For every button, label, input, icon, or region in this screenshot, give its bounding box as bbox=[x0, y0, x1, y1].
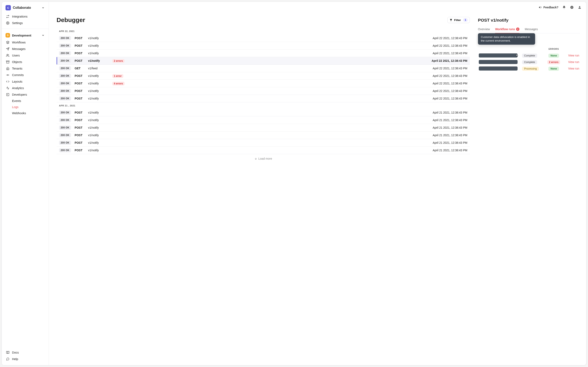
nav-label: Integrations bbox=[12, 15, 27, 18]
log-row[interactable]: 200 OKPOSTv1/notifyApril 21 2021, 12:38:… bbox=[57, 109, 470, 117]
nav-label: Objects bbox=[12, 60, 22, 64]
run-status: Complete bbox=[522, 54, 545, 57]
error-pill: 2 errors bbox=[112, 59, 125, 63]
users-icon bbox=[6, 54, 9, 57]
obfuscated-name[interactable] bbox=[479, 53, 518, 58]
obfuscated-name[interactable] bbox=[479, 60, 518, 64]
log-row[interactable]: 200 OKPOSTv1/notifyApril 22 2021, 12:38:… bbox=[57, 87, 470, 95]
log-method: POST bbox=[75, 36, 85, 40]
load-more-button[interactable]: Load more bbox=[57, 154, 470, 163]
nav-commits[interactable]: Commits bbox=[3, 72, 47, 78]
svg-text:?: ? bbox=[571, 6, 572, 8]
log-method: POST bbox=[75, 149, 85, 152]
filter-icon bbox=[450, 18, 452, 21]
swap-icon bbox=[6, 15, 9, 18]
log-timestamp: April 21 2021, 12:38:43 PM bbox=[433, 149, 467, 152]
user-icon[interactable] bbox=[578, 5, 582, 9]
status-pill: 200 OK bbox=[59, 81, 71, 85]
log-row[interactable]: 200 OKPOSTv1/notifyApril 21 2021, 12:38:… bbox=[57, 132, 470, 139]
obfuscated-name[interactable] bbox=[479, 67, 518, 71]
log-row[interactable]: 200 OKPOSTv1/notifyApril 22 2021, 12:38:… bbox=[57, 50, 470, 57]
chevron-down-icon bbox=[41, 33, 45, 37]
log-row[interactable]: 200 OKPOSTv1/notifyApril 22 2021, 12:38:… bbox=[57, 42, 470, 50]
nav-settings[interactable]: Settings bbox=[3, 20, 47, 26]
log-row[interactable]: 200 OKGETv1/feedApril 22 2021, 12:38:43 … bbox=[57, 65, 470, 72]
log-row[interactable]: 200 OKPOSTv1/notify1 errorApril 22 2021,… bbox=[57, 72, 470, 80]
nav-label: Developers bbox=[12, 93, 27, 96]
feedback-button[interactable]: Feedback? bbox=[539, 6, 558, 9]
nav-events[interactable]: Events bbox=[3, 98, 47, 104]
log-method: POST bbox=[75, 111, 85, 114]
nav-integrations[interactable]: Integrations bbox=[3, 13, 47, 20]
dev-badge-icon: D bbox=[6, 33, 10, 38]
log-timestamp: April 21 2021, 12:38:43 PM bbox=[433, 141, 467, 144]
nav-objects[interactable]: Objects bbox=[3, 59, 47, 65]
nav-analytics[interactable]: Analytics bbox=[3, 85, 47, 91]
tab-label: Messages bbox=[525, 27, 538, 31]
log-method: POST bbox=[75, 52, 85, 55]
status-pill: 200 OK bbox=[59, 89, 71, 93]
nav-webhooks[interactable]: Webhooks bbox=[3, 110, 47, 116]
nav-docs[interactable]: Docs bbox=[3, 349, 47, 356]
nav-label: Tenants bbox=[12, 67, 22, 70]
nav-users[interactable]: Users bbox=[3, 52, 47, 59]
chevron-down-icon bbox=[41, 6, 45, 9]
bell-icon[interactable] bbox=[562, 5, 566, 9]
workflow-run-row: Complete2 errorsView run bbox=[478, 59, 580, 65]
log-path: v1/notify bbox=[88, 74, 109, 77]
log-row[interactable]: 200 OKPOSTv1/notifyApril 21 2021, 12:38:… bbox=[57, 117, 470, 124]
log-path: v1/notify bbox=[88, 149, 109, 152]
log-path: v1/notify bbox=[88, 36, 109, 40]
svg-point-0 bbox=[7, 23, 8, 24]
log-row[interactable]: 200 OKPOSTv1/notifyApril 21 2021, 12:38:… bbox=[57, 147, 470, 154]
tab-overview[interactable]: Overview bbox=[478, 26, 490, 33]
nav-messages[interactable]: Messages bbox=[3, 46, 47, 52]
feedback-label: Feedback? bbox=[544, 6, 558, 9]
section-development[interactable]: D Development bbox=[3, 31, 47, 39]
nav-label: Commits bbox=[12, 73, 24, 77]
log-timestamp: April 22 2021, 12:38:43 PM bbox=[433, 89, 467, 92]
log-group-date: APR 21 , 2021 bbox=[57, 102, 470, 109]
archive-icon bbox=[6, 60, 9, 64]
nav-help[interactable]: Help bbox=[3, 356, 47, 362]
nav-layouts[interactable]: Layouts bbox=[3, 78, 47, 85]
nav-tenants[interactable]: Tenants bbox=[3, 65, 47, 72]
workspace-logo: C bbox=[6, 5, 11, 10]
nav-logs[interactable]: Logs bbox=[3, 104, 47, 110]
nav-label: Settings bbox=[12, 21, 23, 25]
tab-workflow-runs[interactable]: Workflow runs 2 bbox=[495, 26, 519, 33]
status-pill: 200 OK bbox=[59, 44, 71, 48]
log-row[interactable]: 200 OKPOSTv1/notify4 errorsApril 22 2021… bbox=[57, 80, 470, 87]
log-path: v1/notify bbox=[88, 89, 109, 92]
detail-title: POST v1/notify bbox=[478, 18, 580, 23]
log-timestamp: April 22 2021, 12:38:43 PM bbox=[433, 44, 467, 47]
log-row[interactable]: 200 OKPOSTv1/notify2 errorsApril 22 2021… bbox=[57, 57, 470, 65]
view-run-link[interactable]: View run bbox=[568, 67, 579, 70]
help-icon[interactable]: ? bbox=[570, 5, 574, 9]
log-row[interactable]: 200 OKPOSTv1/notifyApril 22 2021, 12:38:… bbox=[57, 34, 470, 42]
load-more-label: Load more bbox=[259, 157, 272, 160]
log-method: POST bbox=[75, 74, 85, 77]
view-run-link[interactable]: View run bbox=[568, 60, 579, 64]
detail-panel: POST v1/notify Overview Workflow runs 2 … bbox=[476, 13, 586, 365]
log-row[interactable]: 200 OKPOSTv1/notifyApril 22 2021, 12:38:… bbox=[57, 95, 470, 102]
svg-point-7 bbox=[7, 75, 8, 75]
nav-developers[interactable]: Developers bbox=[3, 91, 47, 98]
activity-icon bbox=[6, 86, 9, 90]
log-row[interactable]: 200 OKPOSTv1/notifyApril 21 2021, 12:38:… bbox=[57, 124, 470, 132]
status-pill: 200 OK bbox=[59, 133, 71, 137]
log-method: POST bbox=[75, 89, 85, 92]
view-run-link[interactable]: View run bbox=[568, 54, 579, 57]
log-timestamp: April 21 2021, 12:38:43 PM bbox=[433, 133, 467, 137]
tab-label: Overview bbox=[478, 27, 490, 31]
log-method: POST bbox=[75, 126, 85, 129]
workspace-switcher[interactable]: C Collaborato bbox=[2, 2, 49, 13]
tab-messages[interactable]: Messages bbox=[525, 26, 538, 33]
log-row[interactable]: 200 OKPOSTv1/notifyApril 21 2021, 12:38:… bbox=[57, 139, 470, 147]
filter-button[interactable]: Filter 1 bbox=[447, 17, 470, 23]
status-pill: 200 OK bbox=[59, 148, 71, 152]
status-pill: 200 OK bbox=[59, 125, 71, 130]
git-commit-icon bbox=[6, 73, 9, 77]
send-icon bbox=[6, 47, 9, 51]
nav-workflows[interactable]: Workflows bbox=[3, 39, 47, 46]
